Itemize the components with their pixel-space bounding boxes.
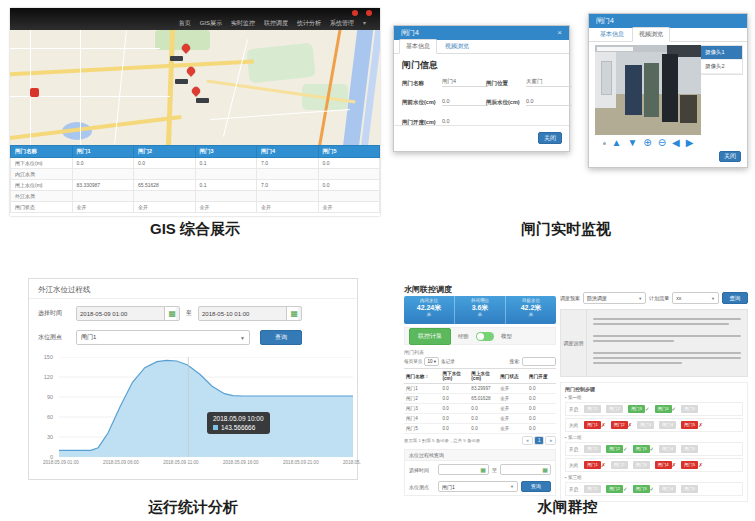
close-button[interactable]: 关闭	[719, 151, 741, 162]
tab-basic-info[interactable]: 基本信息	[594, 28, 630, 41]
close-icon[interactable]: ×	[557, 26, 562, 40]
date-to-input[interactable]: 2018-05-10 01:00 ▦	[198, 306, 302, 321]
zoom-in-icon[interactable]: ⊕	[643, 138, 651, 148]
nav-item[interactable]: GIS展示	[200, 19, 222, 28]
close-button[interactable]: 关闭	[538, 132, 562, 144]
gate-chip[interactable]: 闸门5	[681, 405, 698, 413]
gate-chip[interactable]: 闸门1	[584, 461, 601, 469]
gate-chip[interactable]: 闸门4	[659, 445, 676, 453]
nav-item[interactable]: 联控调度	[264, 19, 288, 28]
level-card: 目标水位42.2米米	[505, 296, 556, 324]
calendar-icon[interactable]: ▦	[480, 466, 486, 473]
pan-right-icon[interactable]: ▶	[686, 138, 694, 148]
window-control-icon[interactable]	[352, 10, 358, 16]
table-row[interactable]: 闸门50.00.0全开0.0	[404, 424, 556, 434]
camera-item[interactable]: 摄像头2	[701, 60, 742, 74]
table-row[interactable]: 闸门10.083.29997全开0.0	[404, 384, 556, 394]
pan-left-icon[interactable]: ◀	[672, 138, 680, 148]
tab-basic-info[interactable]: 基本信息	[399, 39, 437, 54]
calendar-icon[interactable]: ▦	[286, 307, 298, 320]
table-cell: 0.0	[318, 180, 380, 191]
field-value[interactable]: 0.0	[526, 98, 572, 106]
water-point-select[interactable]: 闸门1 ▼	[438, 481, 518, 492]
ptz-stop-icon[interactable]	[603, 142, 606, 145]
table-row[interactable]: 闸门20.065.01628全开0.0	[404, 394, 556, 404]
column-header[interactable]: 闸上水位(cm)	[469, 369, 498, 384]
date-to-input[interactable]: ▦	[500, 464, 551, 475]
gate-chip[interactable]: 闸门3	[633, 461, 650, 469]
gate-chip[interactable]: 闸门3	[637, 421, 654, 429]
date-from-input[interactable]: 2018-05-09 01:00 ▦	[76, 306, 180, 321]
nav-more-caret-icon[interactable]: ▾	[363, 19, 366, 28]
gate-chip[interactable]: 闸门5	[681, 461, 698, 469]
gate-chip[interactable]: 闸门2	[611, 461, 628, 469]
plan-select[interactable]: 防洪调度▼	[583, 292, 646, 304]
window-control-icon[interactable]	[366, 10, 372, 16]
page-button[interactable]: »	[545, 436, 556, 445]
tab-video[interactable]: 视频浏览	[439, 40, 475, 53]
calendar-icon[interactable]: ▦	[164, 307, 176, 320]
gate-chip[interactable]: 闸门5	[681, 421, 698, 429]
query-section: 水位过程线查询 选择时间 ▦ 至 ▦ 水位测点 闸门1 ▼ 查询	[404, 449, 556, 496]
gate-chip[interactable]: 闸门3	[628, 405, 645, 413]
water-level-chart[interactable]: 2018.05.09 10:00 143.566666	[59, 357, 353, 457]
gate-chip[interactable]: 闸门4	[655, 461, 672, 469]
mode-toggle[interactable]	[476, 332, 494, 341]
gate-chip[interactable]: 闸门2	[611, 421, 628, 429]
nav-item[interactable]: 首页	[179, 19, 191, 28]
gate-chip[interactable]: 闸门1	[584, 485, 601, 493]
gate-chip[interactable]: 闸门2	[606, 445, 623, 453]
page-button[interactable]: «	[522, 436, 533, 445]
gate-chip[interactable]: 闸门3	[633, 485, 650, 493]
column-header[interactable]: 闸下水位(cm)	[440, 369, 469, 384]
nav-item[interactable]: 统计分析	[297, 19, 321, 28]
gate-chip[interactable]: 闸门5	[681, 485, 698, 493]
confirm-button[interactable]: 查询	[722, 292, 748, 304]
zoom-out-icon[interactable]: ⊖	[658, 138, 666, 148]
calc-button[interactable]: 联控计算	[409, 328, 451, 345]
table-row[interactable]: 闸门30.00.0全开0.0	[404, 404, 556, 414]
chip-wrap: 闸门3✓	[628, 405, 650, 413]
date-from-input[interactable]: ▦	[438, 464, 489, 475]
tab-video[interactable]: 视频浏览	[632, 27, 670, 42]
gate-location-pin-icon[interactable]	[190, 85, 201, 96]
nav-item[interactable]: 系统管理	[330, 19, 354, 28]
gis-map[interactable]	[10, 30, 380, 145]
column-header[interactable]: 闸门开度	[527, 369, 556, 384]
nav-item[interactable]: 实时监控	[231, 19, 255, 28]
field-value[interactable]: 闸门4	[442, 78, 488, 87]
pan-up-icon[interactable]: ▲	[612, 138, 622, 148]
gate-chip[interactable]: 闸门1	[584, 421, 601, 429]
column-header[interactable]: 闸门名称 ↕	[404, 369, 440, 384]
calendar-icon[interactable]: ▦	[542, 466, 548, 473]
gate-chip[interactable]: 闸门4	[659, 421, 676, 429]
field-value[interactable]: 天窗门	[526, 78, 572, 87]
map-legend-marker-icon[interactable]	[30, 88, 39, 97]
chevron-down-icon: ▼	[638, 296, 642, 301]
table-cell	[257, 169, 319, 180]
gate-location-pin-icon[interactable]	[185, 65, 196, 76]
page-button[interactable]: 1	[534, 436, 545, 445]
query-button[interactable]: 查询	[521, 481, 551, 492]
gate-chip[interactable]: 闸门4	[655, 405, 672, 413]
column-header[interactable]: 闸门状态	[498, 369, 527, 384]
gate-chip[interactable]: 闸门1	[584, 445, 601, 453]
gate-chip[interactable]: 闸门2	[606, 405, 623, 413]
camera-item[interactable]: 摄像头1	[701, 46, 742, 60]
gate-chip[interactable]: 闸门2	[606, 485, 623, 493]
camera-video-feed[interactable]	[595, 45, 701, 135]
query-button[interactable]: 查询	[260, 330, 302, 345]
gate-chip[interactable]: 闸门3	[633, 445, 650, 453]
cross-icon: ✗	[698, 421, 703, 429]
table-row[interactable]: 闸门40.00.0全开0.0	[404, 414, 556, 424]
page-size-select[interactable]: 10 ▾	[424, 357, 439, 366]
field-value[interactable]: 0.0	[442, 98, 488, 106]
flow-select[interactable]: xx▼	[672, 292, 719, 304]
pan-down-icon[interactable]: ▼	[627, 138, 637, 148]
water-point-select[interactable]: 闸门1 ▼	[76, 330, 250, 345]
gate-chip[interactable]: 闸门5	[681, 445, 698, 453]
search-input[interactable]	[522, 357, 556, 366]
gate-chip[interactable]: 闸门1	[584, 405, 601, 413]
gate-chip[interactable]: 闸门4	[659, 485, 676, 493]
row-label: 外江水质	[11, 191, 73, 202]
